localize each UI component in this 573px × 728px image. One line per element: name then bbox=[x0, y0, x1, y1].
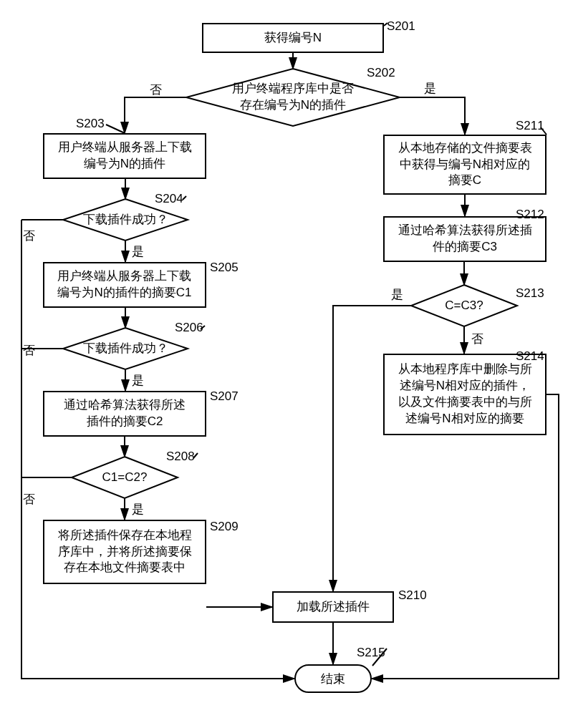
tag-s209: S209 bbox=[210, 520, 239, 534]
branch-yes-label: 是 bbox=[130, 501, 145, 518]
step-s205: 用户终端从服务器上下载编号为N的插件的摘要C1 bbox=[43, 262, 206, 308]
step-s212: 通过哈希算法获得所述插件的摘要C3 bbox=[383, 216, 546, 262]
branch-no-label: 否 bbox=[470, 331, 485, 347]
step-s211: 从本地存储的文件摘要表中获得与编号N相对应的摘要C bbox=[383, 135, 546, 195]
decision-label: 用户终端程序库中是否存在编号为N的插件 bbox=[232, 81, 354, 114]
step-label: 通过哈希算法获得所述插件的摘要C2 bbox=[64, 397, 186, 430]
decision-s208: C1=C2? bbox=[72, 457, 178, 498]
tag-s202: S202 bbox=[367, 66, 395, 80]
tag-s203: S203 bbox=[76, 117, 105, 131]
tag-s206: S206 bbox=[175, 321, 203, 335]
tag-s214: S214 bbox=[516, 349, 544, 364]
step-label: 用户终端从服务器上下载编号为N的插件 bbox=[58, 140, 192, 173]
decision-label: C=C3? bbox=[445, 298, 483, 314]
step-s214: 从本地程序库中删除与所述编号N相对应的插件，以及文件摘要表中的与所述编号N相对应… bbox=[383, 354, 546, 435]
decision-s213: C=C3? bbox=[411, 285, 517, 326]
tag-s210: S210 bbox=[398, 588, 427, 603]
step-label: 从本地程序库中删除与所述编号N相对应的插件，以及文件摘要表中的与所述编号N相对应… bbox=[398, 361, 532, 427]
tag-s207: S207 bbox=[210, 389, 239, 404]
branch-yes-label: 是 bbox=[423, 80, 438, 97]
flowchart-canvas: 获得编号N S201 用户终端程序库中是否存在编号为N的插件 S202 否 是 … bbox=[0, 0, 573, 728]
decision-label: C1=C2? bbox=[102, 470, 148, 486]
tag-s204: S204 bbox=[155, 192, 183, 206]
branch-yes-label: 是 bbox=[130, 243, 145, 260]
tag-s208: S208 bbox=[166, 450, 195, 464]
step-label: 通过哈希算法获得所述插件的摘要C3 bbox=[398, 223, 532, 256]
step-s201: 获得编号N bbox=[202, 23, 384, 53]
tag-s213: S213 bbox=[516, 286, 544, 301]
tag-s205: S205 bbox=[210, 261, 239, 275]
decision-label: 下载插件成功？ bbox=[83, 341, 168, 357]
branch-yes-label: 是 bbox=[130, 372, 145, 389]
decision-s206: 下载插件成功？ bbox=[63, 328, 188, 369]
tag-s212: S212 bbox=[516, 208, 544, 222]
decision-label: 下载插件成功？ bbox=[83, 212, 168, 228]
step-s207: 通过哈希算法获得所述插件的摘要C2 bbox=[43, 391, 206, 437]
step-label: 获得编号N bbox=[264, 30, 322, 47]
tag-s201: S201 bbox=[387, 19, 415, 34]
terminator-label: 结束 bbox=[321, 671, 345, 687]
step-s203: 用户终端从服务器上下载编号为N的插件 bbox=[43, 133, 206, 179]
branch-no-label: 否 bbox=[148, 82, 163, 98]
branch-no-label: 否 bbox=[21, 342, 37, 359]
step-s209: 将所述插件保存在本地程序库中，并将所述摘要保存在本地文件摘要表中 bbox=[43, 520, 206, 584]
tag-s211: S211 bbox=[516, 119, 544, 133]
step-label: 从本地存储的文件摘要表中获得与编号N相对应的摘要C bbox=[398, 140, 532, 190]
tag-s215: S215 bbox=[357, 646, 385, 660]
step-s210: 加载所述插件 bbox=[272, 591, 394, 623]
step-label: 用户终端从服务器上下载编号为N的插件的摘要C1 bbox=[57, 268, 191, 301]
branch-no-label: 否 bbox=[21, 228, 37, 244]
branch-yes-label: 是 bbox=[390, 286, 405, 303]
step-label: 将所述插件保存在本地程序库中，并将所述摘要保存在本地文件摘要表中 bbox=[58, 528, 192, 577]
step-label: 加载所述插件 bbox=[297, 599, 370, 616]
branch-no-label: 否 bbox=[21, 491, 37, 508]
terminator-end: 结束 bbox=[294, 664, 372, 693]
